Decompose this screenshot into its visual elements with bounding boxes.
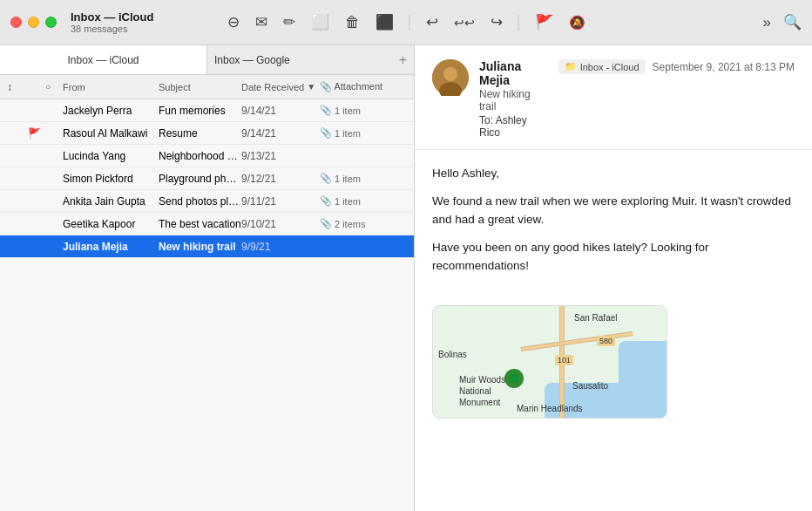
flag-indicator: 🚩 <box>28 127 45 140</box>
avatar <box>432 59 469 96</box>
detail-meta: Juliana Mejia New hiking trail To: Ashle… <box>479 59 548 139</box>
paperclip-icon: 📎 <box>320 127 332 139</box>
map-label-marin: Marin Headlands <box>517 404 583 413</box>
email-date: 9/9/21 <box>241 241 320 253</box>
minimize-button[interactable] <box>28 17 39 28</box>
spam-icon[interactable]: ⬛ <box>376 13 394 31</box>
email-body-line-2: Have you been on any good hikes lately? … <box>432 238 795 276</box>
detail-date-area: 📁 Inbox - iCloud September 9, 2021 at 8:… <box>558 59 795 74</box>
email-date: 9/10/21 <box>241 218 320 230</box>
paperclip-icon: 📎 <box>320 105 332 116</box>
tab-icloud[interactable]: Inbox — iCloud <box>0 45 207 74</box>
table-row[interactable]: Geetika Kapoor The best vacation 9/10/21… <box>0 213 414 235</box>
tab-google[interactable]: Inbox — Google + <box>207 45 414 74</box>
main-area: Inbox — iCloud Inbox — Google + ↕ ○ From… <box>0 45 812 511</box>
attachment-info: 📎 1 item <box>320 195 407 207</box>
titlebar: Inbox — iCloud 38 messages ⊖ ✉ ✏ ⬜ 🗑 ⬛ ↩… <box>0 0 812 45</box>
sender-name: Jackelyn Perra <box>63 105 159 117</box>
email-subject: Resume <box>159 127 241 140</box>
email-date: 9/14/21 <box>241 105 320 117</box>
archive-icon[interactable]: ⬜ <box>311 13 329 31</box>
table-row[interactable]: Simon Pickford Playground photos 9/12/21… <box>0 167 414 190</box>
table-row[interactable]: Juliana Mejia New hiking trail 9/9/21 <box>0 235 414 258</box>
folder-name: Inbox - iCloud <box>580 62 639 72</box>
location-marker: 🌲 <box>504 369 524 388</box>
email-list: Jackelyn Perra Fun memories 9/14/21 📎 1 … <box>0 99 414 511</box>
email-date: 9/14/21 <box>241 127 320 140</box>
window-title: Inbox — iCloud <box>71 10 153 24</box>
edit-icon[interactable]: ✏ <box>283 13 295 31</box>
toolbar-separator2 <box>518 15 519 31</box>
add-tab-icon[interactable]: + <box>399 52 407 68</box>
reply-all-icon[interactable]: ↩↩ <box>454 16 475 30</box>
paperclip-icon: 📎 <box>320 195 332 207</box>
expand-icon[interactable]: » <box>763 14 771 31</box>
sender-name: Rasoul Al Malkawi <box>63 127 159 140</box>
email-detail-panel: Juliana Mejia New hiking trail To: Ashle… <box>415 45 812 511</box>
sort-icon[interactable]: ↕ <box>7 81 28 93</box>
email-subject: Send photos please! <box>159 195 241 208</box>
table-row[interactable]: 🚩 Rasoul Al Malkawi Resume 9/14/21 📎 1 i… <box>0 122 414 145</box>
map-label-sausalito: Sausalito <box>572 381 608 391</box>
sender-name: Lucinda Yang <box>63 150 159 162</box>
map-label-580: 580 <box>597 336 615 346</box>
map-embed[interactable]: 🌲 San Rafael Bolinas 101 580 Muir WoodsN… <box>432 305 667 419</box>
maximize-button[interactable] <box>45 17 57 28</box>
paperclip-icon: 📎 <box>320 173 332 184</box>
trash-icon[interactable]: 🗑 <box>345 14 360 31</box>
paperclip-icon: 📎 <box>320 81 332 92</box>
email-date: 9/13/21 <box>241 150 320 162</box>
detail-to: To: Ashley Rico <box>479 114 548 139</box>
subject-column-header[interactable]: Subject <box>159 82 241 92</box>
unread-col-header: ○ <box>45 82 63 92</box>
sort-arrow-icon: ▼ <box>307 82 315 92</box>
date-column-header[interactable]: Date Received ▼ <box>241 82 320 92</box>
attachment-info: 📎 1 item <box>320 127 407 139</box>
map-label-bolinas: Bolinas <box>438 350 467 359</box>
map-label-san-rafael: San Rafael <box>574 313 617 323</box>
mail-icon[interactable]: ✉ <box>255 13 267 31</box>
email-body-line-1: We found a new trail when we were explor… <box>432 192 795 229</box>
detail-header-content: Juliana Mejia New hiking trail To: Ashle… <box>432 59 795 139</box>
table-row[interactable]: Jackelyn Perra Fun memories 9/14/21 📎 1 … <box>0 99 414 122</box>
email-date: 9/12/21 <box>241 173 320 185</box>
email-detail-header: Juliana Mejia New hiking trail To: Ashle… <box>415 45 812 150</box>
map-background: 🌲 San Rafael Bolinas 101 580 Muir WoodsN… <box>433 306 667 418</box>
paperclip-icon: 📎 <box>320 218 332 229</box>
email-subject: New hiking trail <box>159 241 241 253</box>
toolbar: ⊖ ✉ ✏ ⬜ 🗑 ⬛ ↩ ↩↩ ↪ 🚩 🔕 <box>227 13 585 31</box>
column-headers: ↕ ○ From Subject Date Received ▼ 📎 Attac… <box>0 75 414 99</box>
sender-name: Juliana Mejia <box>63 241 159 253</box>
from-column-header[interactable]: From <box>63 82 159 92</box>
email-subject: The best vacation <box>159 218 241 230</box>
traffic-lights <box>10 17 57 28</box>
attachment-info: 📎 1 item <box>320 173 407 184</box>
forward-icon[interactable]: ↪ <box>491 13 503 31</box>
attachment-column-header: 📎 Attachment <box>320 81 407 92</box>
table-row[interactable]: Ankita Jain Gupta Send photos please! 9/… <box>0 190 414 213</box>
email-subject: Neighborhood garden <box>159 150 241 162</box>
map-label-101: 101 <box>555 355 573 365</box>
flag-icon[interactable]: 🚩 <box>535 13 553 31</box>
close-button[interactable] <box>10 17 22 28</box>
table-row[interactable]: Lucinda Yang Neighborhood garden 9/13/21 <box>0 145 414 167</box>
window-subtitle: 38 messages <box>71 24 153 34</box>
email-subject: Fun memories <box>159 105 241 117</box>
window-title-area: Inbox — iCloud 38 messages <box>71 10 153 34</box>
detail-date: September 9, 2021 at 8:13 PM <box>653 61 795 73</box>
map-label-muir: Muir WoodsNationalMonument <box>459 374 505 408</box>
sender-name: Simon Pickford <box>63 173 159 185</box>
bell-icon[interactable]: 🔕 <box>569 15 585 31</box>
toolbar-right: » 🔍 <box>763 13 802 31</box>
inbox-tabs: Inbox — iCloud Inbox — Google + <box>0 45 414 75</box>
email-body: Hello Ashley, We found a new trail when … <box>415 150 812 298</box>
detail-sender-name: Juliana Mejia <box>479 59 548 87</box>
search-icon[interactable]: 🔍 <box>783 13 802 31</box>
email-greeting: Hello Ashley, <box>432 164 795 183</box>
email-date: 9/11/21 <box>241 195 320 208</box>
compose-icon[interactable]: ⊖ <box>227 13 240 31</box>
reply-icon[interactable]: ↩ <box>426 13 438 31</box>
svg-point-1 <box>443 67 457 81</box>
folder-icon: 📁 <box>565 61 577 72</box>
attachment-info: 📎 1 item <box>320 105 407 116</box>
